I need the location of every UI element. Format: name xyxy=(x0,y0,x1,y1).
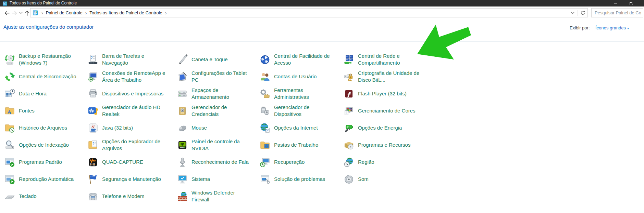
search-input[interactable] xyxy=(592,10,643,15)
item-system[interactable]: Sistema xyxy=(177,171,261,188)
item-work-folders[interactable]: Pastas de Trabalho xyxy=(260,136,344,154)
item-speech-recognition[interactable]: Reconhecimento de Fala xyxy=(177,154,261,171)
recent-locations-button[interactable] xyxy=(18,9,23,17)
bitlocker-icon xyxy=(344,71,354,82)
item-java[interactable]: Java (32 bits) xyxy=(88,119,172,136)
item-pen-touch[interactable]: Caneta e Toque xyxy=(177,51,261,68)
item-label: Recuperação xyxy=(274,159,344,165)
title-bar: Todos os Itens do Painel de Controle xyxy=(0,0,644,6)
item-label: Opções de Energia xyxy=(358,124,428,131)
troubleshooting-icon xyxy=(260,174,270,185)
item-label: Região xyxy=(358,159,428,165)
system-icon xyxy=(177,174,188,185)
breadcrumb-todos-os-itens[interactable]: Todos os Itens do Painel de Controle xyxy=(89,10,162,15)
item-defender-firewall[interactable]: Windows Defender Firewall xyxy=(177,188,261,205)
breadcrumb-chevron-icon: › xyxy=(165,11,167,15)
storage-spaces-icon xyxy=(177,89,188,99)
item-user-accounts[interactable]: Contas de Usuário xyxy=(260,68,344,85)
region-icon xyxy=(344,157,354,168)
item-color-management[interactable]: Gerenciamento de Cores xyxy=(344,102,428,119)
item-admin-tools[interactable]: Ferramentas Administrativas xyxy=(260,85,344,102)
item-flash-player[interactable]: Flash Player (32 bits) xyxy=(344,85,428,102)
quad-capture-icon xyxy=(88,157,98,168)
item-credential-manager[interactable]: Gerenciador de Credenciais xyxy=(177,102,261,119)
item-label: Sistema xyxy=(191,176,261,183)
item-remoteapp[interactable]: Conexões de RemoteApp e Área de Trabalho xyxy=(88,68,172,85)
item-backup-restore[interactable]: Backup e Restauração (Windows 7) xyxy=(4,51,89,68)
restore-button[interactable] xyxy=(623,0,639,6)
item-sound[interactable]: Som xyxy=(344,171,428,188)
item-security-maintenance[interactable]: Segurança e Manutenção xyxy=(88,171,172,188)
item-power-options[interactable]: Opções de Energia xyxy=(344,119,428,136)
back-arrow-icon xyxy=(3,10,10,16)
breadcrumb-painel-de-controle[interactable]: Painel de Controle xyxy=(46,10,83,15)
phone-modem-icon xyxy=(88,191,98,202)
item-mouse[interactable]: Mouse xyxy=(177,119,261,136)
item-network-sharing[interactable]: Central de Rede e Compartilhamento xyxy=(344,51,428,68)
sync-center-icon xyxy=(4,71,15,82)
nvidia-icon xyxy=(177,140,188,150)
item-sync-center[interactable]: Central de Sincronização xyxy=(4,68,89,85)
item-internet-options[interactable]: Opções da Internet xyxy=(260,119,344,136)
address-bar[interactable]: › Painel de Controle › Todos os Itens do… xyxy=(30,8,588,17)
view-by-dropdown[interactable]: Ícones grandes▾ xyxy=(595,25,629,30)
file-history-icon xyxy=(4,123,15,133)
item-label: Reconhecimento de Fala xyxy=(191,159,261,165)
view-by-label: Exibir por: xyxy=(570,25,590,30)
dropdown-caret-icon: ▾ xyxy=(627,26,629,30)
items-column-2: Barra de Tarefas e NavegaçãoConexões de … xyxy=(88,51,172,205)
item-label: Backup e Restauração (Windows 7) xyxy=(19,53,89,66)
back-button[interactable] xyxy=(3,9,10,17)
item-fonts[interactable]: AFontes xyxy=(4,102,89,119)
address-dropdown-button[interactable] xyxy=(568,9,578,17)
item-bitlocker[interactable]: Criptografia de Unidade de Disco BitL... xyxy=(344,68,428,85)
item-taskbar-navigation[interactable]: Barra de Tarefas e Navegação xyxy=(88,51,172,68)
credential-manager-icon xyxy=(177,106,188,116)
item-region[interactable]: Região xyxy=(344,154,428,171)
item-date-time[interactable]: Data e Hora xyxy=(4,85,89,102)
tablet-pc-icon xyxy=(177,71,188,82)
item-keyboard[interactable]: Teclado xyxy=(4,188,89,205)
item-troubleshooting[interactable]: Solução de problemas xyxy=(260,171,344,188)
item-default-programs[interactable]: Programas Padrão xyxy=(4,154,89,171)
explorer-options-icon xyxy=(88,140,98,150)
item-ease-of-access[interactable]: Central de Facilidade de Acesso xyxy=(260,51,344,68)
item-label: Windows Defender Firewall xyxy=(191,189,261,203)
item-label: Opções do Explorador de Arquivos xyxy=(102,138,172,152)
item-device-manager[interactable]: Gerenciador de Dispositivos xyxy=(260,102,344,119)
item-label: Mouse xyxy=(191,124,261,131)
control-panel-app-icon xyxy=(3,1,7,5)
remoteapp-icon xyxy=(88,71,98,82)
taskbar-navigation-icon xyxy=(88,54,98,65)
items-column-3: Caneta e ToqueConfigurações do Tablet PC… xyxy=(177,51,261,205)
item-recovery[interactable]: Recuperação xyxy=(260,154,344,171)
device-manager-icon xyxy=(260,106,270,116)
item-autoplay[interactable]: Reprodução Automática xyxy=(4,171,89,188)
forward-button[interactable] xyxy=(11,9,18,17)
item-quad-capture[interactable]: QUAD-CAPTURE xyxy=(88,154,172,171)
minimize-button[interactable] xyxy=(608,0,623,6)
item-storage-spaces[interactable]: Espaços de Armazenamento xyxy=(177,85,261,102)
item-indexing-options[interactable]: Opções de Indexação xyxy=(4,136,89,154)
item-explorer-options[interactable]: Opções do Explorador de Arquivos xyxy=(88,136,172,154)
item-label: Programas Padrão xyxy=(19,159,89,165)
chevron-down-icon xyxy=(19,12,23,14)
item-label: Barra de Tarefas e Navegação xyxy=(102,53,172,66)
item-file-history[interactable]: Histórico de Arquivos xyxy=(4,119,89,136)
refresh-button[interactable] xyxy=(578,9,587,17)
item-nvidia[interactable]: Painel de controle da NVIDIA xyxy=(177,136,261,154)
item-devices-printers[interactable]: Dispositivos e Impressoras xyxy=(88,85,172,102)
search-box[interactable] xyxy=(591,8,643,17)
item-phone-modem[interactable]: Telefone e Modem xyxy=(88,188,172,205)
item-programs-features[interactable]: Programas e Recursos xyxy=(344,136,428,154)
item-tablet-pc[interactable]: Configurações do Tablet PC xyxy=(177,68,261,85)
power-options-icon xyxy=(344,123,354,133)
item-realtek-audio[interactable]: Gerenciador de áudio HD Realtek xyxy=(88,102,172,119)
chevron-down-icon xyxy=(571,12,574,14)
item-label: Som xyxy=(358,176,428,183)
up-button[interactable] xyxy=(23,9,31,17)
item-label: Configurações do Tablet PC xyxy=(191,70,261,83)
item-label: Telefone e Modem xyxy=(102,193,172,200)
flash-player-icon xyxy=(344,89,354,99)
sound-icon xyxy=(344,174,354,185)
